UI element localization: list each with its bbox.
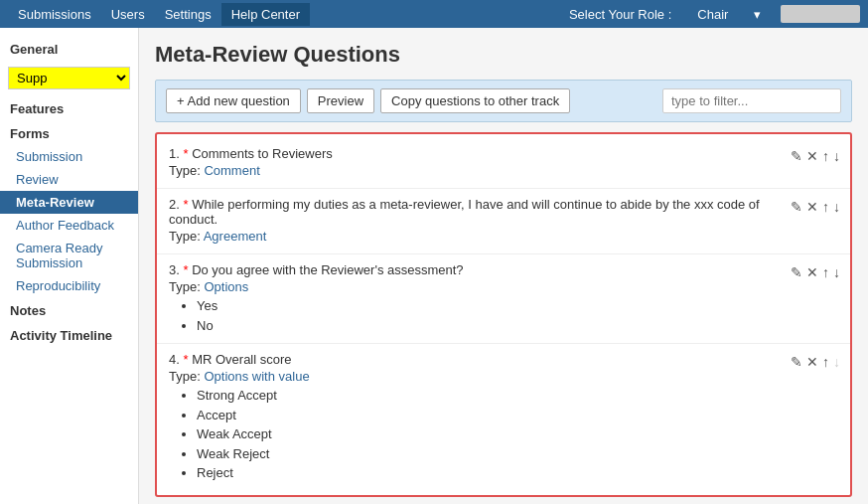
option-yes: Yes [197, 296, 781, 316]
question-number-1: 1. [169, 146, 183, 161]
sidebar-item-meta-review[interactable]: Meta-Review [0, 191, 138, 214]
add-question-button[interactable]: + Add new question [166, 88, 301, 113]
nav-users[interactable]: Users [101, 3, 155, 26]
up-icon-1[interactable]: ↑ [822, 148, 829, 164]
option-reject: Reject [197, 463, 781, 483]
down-icon-2[interactable]: ↓ [833, 199, 840, 215]
page-title: Meta-Review Questions [155, 42, 852, 68]
question-type-1: Type: Comment [169, 163, 781, 178]
nav-help-center[interactable]: Help Center [221, 3, 310, 26]
nav-submissions[interactable]: Submissions [8, 3, 101, 26]
sidebar-item-author-feedback[interactable]: Author Feedback [0, 214, 138, 237]
up-icon-4[interactable]: ↑ [822, 354, 829, 370]
question-item: 3. * Do you agree with the Reviewer's as… [157, 254, 850, 344]
questions-toolbar: + Add new question Preview Copy question… [155, 80, 852, 122]
select-role-label: Select Your Role : [559, 3, 681, 26]
question-body-1: 1. * Comments to Reviewers Type: Comment [169, 146, 781, 180]
question-required-4: * [183, 352, 188, 367]
sidebar-notes-title: Notes [0, 297, 138, 322]
sidebar-item-submission[interactable]: Submission [0, 145, 138, 168]
question-number-2: 2. [169, 197, 183, 212]
sidebar-item-camera-ready[interactable]: Camera Ready Submission [0, 237, 138, 274]
question-item: 1. * Comments to Reviewers Type: Comment… [157, 138, 850, 189]
question-type-value-1: Comment [204, 163, 259, 178]
sidebar-item-review[interactable]: Review [0, 168, 138, 191]
question-required-3: * [183, 262, 188, 277]
user-avatar-placeholder [781, 5, 860, 23]
question-type-2: Type: Agreement [169, 229, 781, 244]
preview-button[interactable]: Preview [307, 88, 374, 113]
sidebar-features-title: Features [0, 95, 138, 120]
sidebar-select-wrap: Supp [0, 61, 138, 95]
question-actions-2: ✎ ✕ ↑ ↓ [791, 197, 840, 215]
edit-icon-4[interactable]: ✎ [791, 354, 802, 370]
option-no: No [197, 316, 781, 336]
nav-settings[interactable]: Settings [155, 3, 221, 26]
question-actions-3: ✎ ✕ ↑ ↓ [791, 262, 840, 280]
question-title-3: 3. * Do you agree with the Reviewer's as… [169, 262, 781, 277]
question-type-value-2: Agreement [204, 229, 267, 244]
main-layout: General Supp Features Forms Submission R… [0, 28, 868, 504]
delete-icon-3[interactable]: ✕ [806, 264, 818, 280]
question-actions-1: ✎ ✕ ↑ ↓ [791, 146, 840, 164]
question-title-4: 4. * MR Overall score [169, 352, 781, 367]
filter-input[interactable] [662, 88, 841, 113]
question-number-3: 3. [169, 262, 183, 277]
sidebar-activity-title: Activity Timeline [0, 322, 138, 347]
sidebar-general-title: General [0, 36, 138, 61]
option-weak-reject: Weak Reject [197, 444, 781, 464]
question-options-4: Strong Accept Accept Weak Accept Weak Re… [197, 386, 781, 483]
question-type-value-3: Options [204, 279, 248, 294]
delete-icon-2[interactable]: ✕ [806, 199, 818, 215]
down-icon-1[interactable]: ↓ [833, 148, 840, 164]
edit-icon-3[interactable]: ✎ [791, 264, 802, 280]
up-icon-3[interactable]: ↑ [822, 264, 829, 280]
sidebar-select[interactable]: Supp [8, 67, 130, 89]
main-content: Meta-Review Questions + Add new question… [139, 28, 868, 504]
question-options-3: Yes No [197, 296, 781, 335]
question-item: 4. * MR Overall score Type: Options with… [157, 344, 850, 491]
delete-icon-4[interactable]: ✕ [806, 354, 818, 370]
question-type-3: Type: Options [169, 279, 781, 294]
question-title-1: 1. * Comments to Reviewers [169, 146, 781, 161]
chair-dropdown[interactable]: Chair ▾ [681, 3, 781, 26]
question-body-2: 2. * While performing my duties as a met… [169, 197, 781, 246]
option-strong-accept: Strong Accept [197, 386, 781, 406]
chair-dropdown-arrow: ▾ [744, 3, 771, 26]
edit-icon-2[interactable]: ✎ [791, 199, 802, 215]
question-type-value-4: Options with value [204, 369, 309, 384]
top-navigation: Submissions Users Settings Help Center S… [0, 0, 868, 28]
question-body-3: 3. * Do you agree with the Reviewer's as… [169, 262, 781, 335]
delete-icon-1[interactable]: ✕ [806, 148, 818, 164]
question-number-4: 4. [169, 352, 183, 367]
sidebar-item-reproducibility[interactable]: Reproducibility [0, 274, 138, 297]
question-title-2: 2. * While performing my duties as a met… [169, 197, 781, 227]
question-item: 2. * While performing my duties as a met… [157, 189, 850, 254]
question-required-1: * [183, 146, 188, 161]
copy-questions-button[interactable]: Copy questions to other track [380, 88, 570, 113]
down-icon-4: ↓ [833, 354, 840, 370]
down-icon-3[interactable]: ↓ [833, 264, 840, 280]
up-icon-2[interactable]: ↑ [822, 199, 829, 215]
sidebar-forms-title: Forms [0, 120, 138, 145]
question-body-4: 4. * MR Overall score Type: Options with… [169, 352, 781, 483]
chair-label: Chair [687, 3, 738, 26]
option-weak-accept: Weak Accept [197, 424, 781, 444]
question-required-2: * [183, 197, 188, 212]
question-actions-4: ✎ ✕ ↑ ↓ [791, 352, 840, 370]
sidebar: General Supp Features Forms Submission R… [0, 28, 139, 504]
edit-icon-1[interactable]: ✎ [791, 148, 802, 164]
question-type-4: Type: Options with value [169, 369, 781, 384]
option-accept: Accept [197, 406, 781, 425]
questions-container: 1. * Comments to Reviewers Type: Comment… [155, 132, 852, 497]
